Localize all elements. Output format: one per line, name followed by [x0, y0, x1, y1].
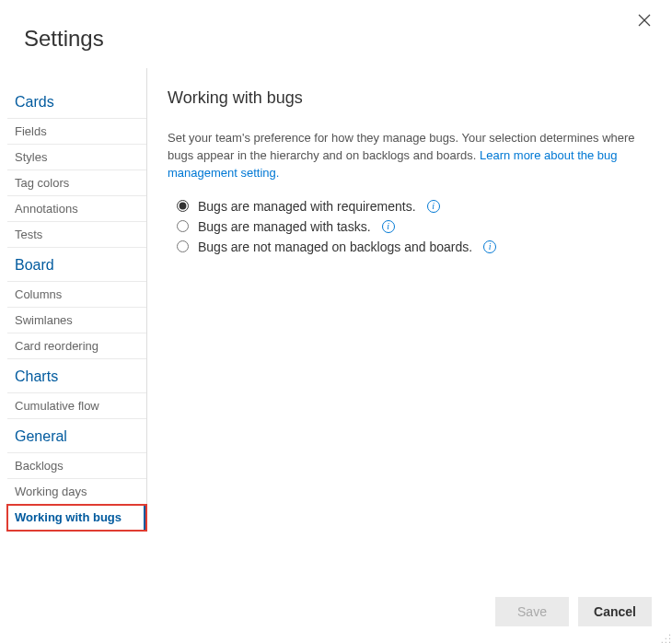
sidebar-item-columns[interactable]: Columns	[7, 282, 146, 308]
bug-option-label: Bugs are managed with tasks.	[198, 219, 371, 234]
close-button[interactable]	[633, 11, 655, 33]
bug-option-label: Bugs are managed with requirements.	[198, 199, 416, 214]
bug-option-row: Bugs are managed with requirements.i	[177, 199, 646, 214]
sidebar-item-fields[interactable]: Fields	[7, 119, 146, 145]
cancel-button[interactable]: Cancel	[578, 597, 652, 626]
sidebar-item-tests[interactable]: Tests	[7, 222, 146, 248]
dialog-footer: Save Cancel	[495, 597, 652, 626]
info-icon[interactable]: i	[382, 220, 395, 233]
bug-option-row: Bugs are managed with tasks.i	[177, 219, 646, 234]
sidebar-item-cumulative-flow[interactable]: Cumulative flow	[7, 393, 146, 419]
content-description: Set your team's preference for how they …	[168, 130, 646, 182]
bug-option-label: Bugs are not managed on backlogs and boa…	[198, 240, 472, 254]
sidebar: CardsFieldsStylesTag colorsAnnotationsTe…	[7, 68, 147, 531]
close-icon	[638, 14, 651, 27]
page-title: Settings	[24, 26, 672, 52]
sidebar-item-tag-colors[interactable]: Tag colors	[7, 170, 146, 196]
bug-option-radio-2[interactable]	[177, 240, 189, 252]
sidebar-item-annotations[interactable]: Annotations	[7, 196, 146, 222]
sidebar-item-swimlanes[interactable]: Swimlanes	[7, 308, 146, 333]
sidebar-item-backlogs[interactable]: Backlogs	[7, 453, 146, 479]
bug-option-radio-1[interactable]	[177, 220, 189, 232]
save-button[interactable]: Save	[495, 597, 569, 626]
sidebar-item-working-with-bugs[interactable]: Working with bugs	[7, 505, 146, 531]
sidebar-section-cards: Cards	[7, 85, 146, 119]
content-panel: Working with bugs Set your team's prefer…	[147, 68, 672, 531]
sidebar-item-styles[interactable]: Styles	[7, 145, 146, 170]
sidebar-section-general: General	[7, 419, 146, 453]
bug-option-radio-0[interactable]	[177, 200, 189, 212]
sidebar-item-working-days[interactable]: Working days	[7, 479, 146, 505]
bug-options-group: Bugs are managed with requirements.iBugs…	[177, 199, 646, 254]
bug-option-row: Bugs are not managed on backlogs and boa…	[177, 240, 646, 254]
resize-grip-icon[interactable]: .. .. . .	[661, 630, 670, 641]
sidebar-section-board: Board	[7, 248, 146, 282]
info-icon[interactable]: i	[483, 240, 496, 253]
content-title: Working with bugs	[168, 88, 646, 108]
info-icon[interactable]: i	[427, 200, 440, 213]
sidebar-item-card-reordering[interactable]: Card reordering	[7, 333, 146, 359]
sidebar-section-charts: Charts	[7, 359, 146, 393]
